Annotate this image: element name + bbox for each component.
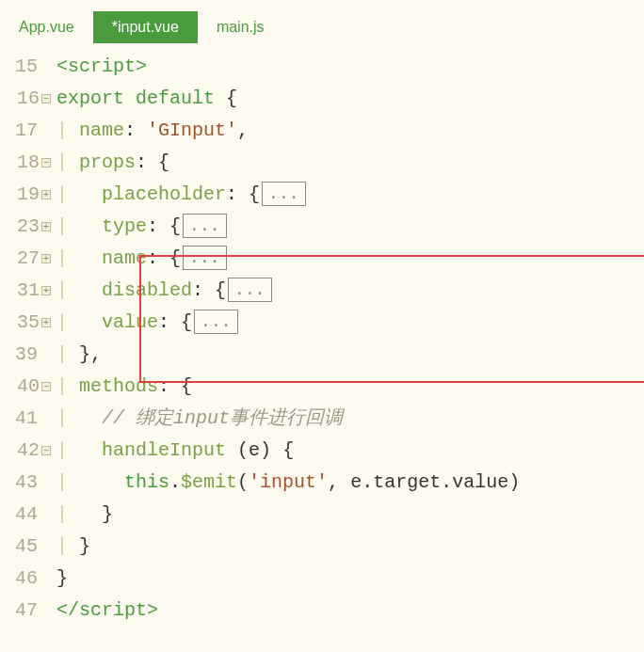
code-line: | methods: { [56,371,644,403]
code-line: | } [56,499,644,531]
tab-bar: App.vue *input.vue main.js [0,0,644,43]
tab-app-vue[interactable]: App.vue [0,11,93,43]
fold-icon[interactable] [41,94,51,103]
line-gutter: 15 16 17 18 19 23 27 31 35 39 40 41 42 4… [0,51,53,627]
tab-input-vue[interactable]: *input.vue [93,11,198,43]
code-line: | }, [56,339,644,371]
code-line: | props: { [56,147,644,179]
fold-placeholder[interactable]: ... [183,214,226,238]
code-line: | handleInput (e) { [56,435,644,467]
fold-placeholder[interactable]: ... [228,278,271,302]
code-line: | name: {... [56,243,644,275]
code-editor[interactable]: 15 16 17 18 19 23 27 31 35 39 40 41 42 4… [0,43,644,627]
code-line: <script> [56,51,644,83]
fold-icon[interactable] [41,446,51,455]
code-line: | // 绑定input事件进行回调 [56,403,644,435]
fold-placeholder[interactable]: ... [183,246,226,270]
tab-main-js[interactable]: main.js [198,11,283,43]
fold-icon[interactable] [41,158,51,167]
fold-placeholder[interactable]: ... [262,182,305,206]
code-line: </script> [56,595,644,627]
fold-icon[interactable] [41,382,51,391]
code-line: | } [56,531,644,563]
code-line: | this.$emit('input', e.target.value) [56,467,644,499]
fold-placeholder[interactable]: ... [194,310,237,334]
fold-icon[interactable] [41,190,51,199]
code-area[interactable]: <script> export default { | name: 'GInpu… [53,51,644,627]
code-line: } [56,563,644,595]
code-line: | placeholder: {... [56,179,644,211]
code-line: | name: 'GInput', [56,115,644,147]
fold-icon[interactable] [41,286,51,295]
fold-icon[interactable] [41,318,51,327]
code-line: | value: {... [56,307,644,339]
fold-icon[interactable] [41,222,51,231]
code-line: export default { [56,83,644,115]
fold-icon[interactable] [41,254,51,263]
code-line: | disabled: {... [56,275,644,307]
code-line: | type: {... [56,211,644,243]
